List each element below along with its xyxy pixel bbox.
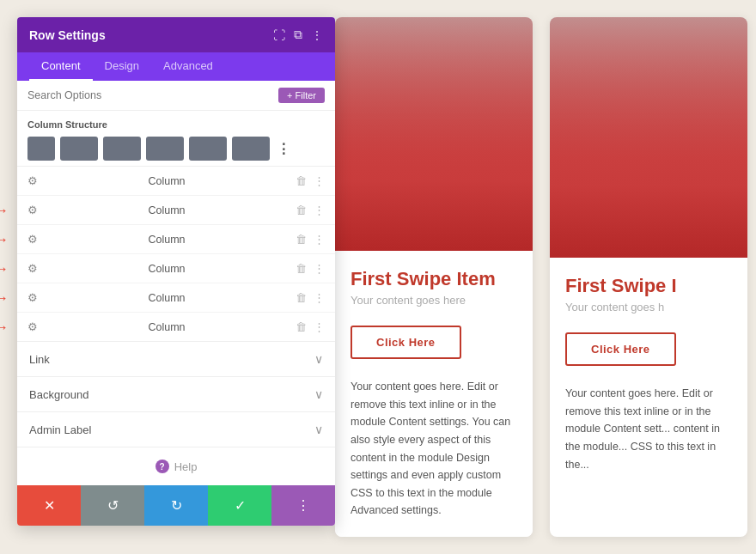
more-icon[interactable]: ⋮: [311, 28, 323, 42]
card-2-btn-area: Click Here: [550, 322, 747, 376]
card-1-body-text: Your content goes here. Edit or remove t…: [335, 369, 533, 537]
column-row-5: ⚙ Column 🗑 ⋮: [17, 283, 335, 313]
col-layout-1[interactable]: [27, 137, 55, 161]
filter-button[interactable]: + Filter: [278, 88, 325, 103]
col-5-gear-icon[interactable]: ⚙: [27, 291, 38, 304]
card-2-subtitle: Your content goes h: [565, 301, 732, 314]
undo-button[interactable]: ↺: [81, 485, 144, 526]
col-4-actions: 🗑 ⋮: [296, 262, 325, 275]
redo-button[interactable]: ↻: [144, 485, 208, 526]
arrow-2: [0, 201, 9, 219]
col-2-more-icon[interactable]: ⋮: [314, 204, 325, 216]
col-2-label: Column: [38, 204, 296, 216]
card-2-body-text: Your content goes here. Edit or remove t…: [550, 376, 747, 490]
col-3-gear-icon[interactable]: ⚙: [27, 233, 38, 246]
col-layout-5[interactable]: [189, 137, 227, 161]
card-1-btn-area: Click Here: [335, 315, 533, 369]
accordion-admin-label-chevron: ∨: [314, 423, 323, 436]
col-4-gear-icon[interactable]: ⚙: [27, 262, 38, 275]
help-icon: ?: [155, 460, 169, 473]
col-layout-6[interactable]: [232, 137, 270, 161]
column-row-1: ⚙ Column 🗑 ⋮: [17, 167, 335, 196]
panel-action-buttons: ✕ ↺ ↻ ✓ ⋮: [17, 485, 335, 526]
card-1-title: First Swipe Item: [351, 268, 517, 290]
accordion-admin-label-label: Admin Label: [29, 423, 91, 436]
card-1-image: [335, 17, 533, 251]
col-layout-3[interactable]: [103, 137, 141, 161]
swipe-card-2: First Swipe I Your content goes h Click …: [550, 17, 747, 537]
col-4-label: Column: [38, 263, 296, 275]
card-2-title: First Swipe I: [565, 275, 732, 297]
copy-icon[interactable]: ⧉: [294, 27, 302, 42]
col-layout-more[interactable]: ⋮: [277, 141, 290, 157]
column-structure-label: Column Structure: [27, 119, 325, 130]
row-settings-panel: Row Settings ⛶ ⧉ ⋮ Content Design Advanc…: [17, 17, 335, 526]
col-4-trash-icon[interactable]: 🗑: [296, 262, 307, 275]
column-row-6: ⚙ Column 🗑 ⋮: [17, 313, 335, 341]
col-3-more-icon[interactable]: ⋮: [314, 233, 325, 246]
col-1-trash-icon[interactable]: 🗑: [296, 174, 307, 187]
accordion-link-label: Link: [29, 353, 50, 366]
col-3-trash-icon[interactable]: 🗑: [296, 233, 307, 246]
column-row-2: ⚙ Column 🗑 ⋮: [17, 196, 335, 225]
col-2-actions: 🗑 ⋮: [296, 204, 325, 216]
col-layout-4[interactable]: [146, 137, 184, 161]
card-2-image: [550, 17, 747, 258]
cancel-button[interactable]: ✕: [17, 485, 81, 526]
col-2-trash-icon[interactable]: 🗑: [296, 204, 307, 216]
tab-content[interactable]: Content: [29, 52, 93, 81]
arrow-3: [0, 230, 9, 248]
col-1-label: Column: [38, 175, 296, 187]
card-1-cta-button[interactable]: Click Here: [351, 326, 461, 359]
col-5-trash-icon[interactable]: 🗑: [296, 291, 307, 304]
panel-header: Row Settings ⛶ ⧉ ⋮: [17, 17, 335, 52]
col-1-more-icon[interactable]: ⋮: [314, 174, 325, 187]
card-2-cta-button[interactable]: Click Here: [565, 332, 676, 366]
column-row-4: ⚙ Column 🗑 ⋮: [17, 254, 335, 283]
panel-help: ? Help: [17, 447, 335, 485]
col-layout-2[interactable]: [60, 137, 98, 161]
column-structure-buttons: ⋮: [27, 137, 325, 161]
card-2-city-bg: [550, 17, 747, 258]
col-3-label: Column: [38, 234, 296, 246]
arrow-5: [0, 289, 9, 307]
col-4-more-icon[interactable]: ⋮: [314, 262, 325, 275]
panel-header-icons: ⛶ ⧉ ⋮: [273, 27, 323, 42]
search-input[interactable]: [27, 89, 278, 101]
accordion-link-chevron: ∨: [314, 352, 323, 366]
col-1-gear-icon[interactable]: ⚙: [27, 174, 38, 187]
accordion-link[interactable]: Link ∨: [17, 342, 335, 377]
col-6-label: Column: [38, 321, 296, 333]
panel-search-bar: + Filter: [17, 81, 335, 111]
col-1-actions: 🗑 ⋮: [296, 174, 325, 187]
col-5-more-icon[interactable]: ⋮: [314, 291, 325, 304]
card-1-city-bg: [335, 17, 533, 251]
swipe-card-1: First Swipe Item Your content goes here …: [335, 17, 533, 537]
columns-list: ⚙ Column 🗑 ⋮ ⚙ Column 🗑 ⋮ ⚙ Column 🗑 ⋮: [17, 167, 335, 342]
panel-tabs: Content Design Advanced: [17, 52, 335, 81]
swipe-cards-container: First Swipe Item Your content goes here …: [335, 17, 747, 537]
save-button[interactable]: ✓: [208, 485, 271, 526]
arrow-4: [0, 259, 9, 277]
card-1-subtitle: Your content goes here: [351, 294, 517, 307]
column-row-3: ⚙ Column 🗑 ⋮: [17, 225, 335, 254]
column-structure-section: Column Structure ⋮: [17, 111, 335, 167]
arrow-6: [0, 318, 9, 336]
accordion-background[interactable]: Background ∨: [17, 377, 335, 412]
panel-title: Row Settings: [29, 28, 106, 42]
col-6-gear-icon[interactable]: ⚙: [27, 320, 38, 333]
help-label: Help: [174, 460, 198, 473]
col-5-actions: 🗑 ⋮: [296, 291, 325, 304]
fullscreen-icon[interactable]: ⛶: [273, 28, 285, 42]
col-6-trash-icon[interactable]: 🗑: [296, 320, 307, 333]
col-6-more-icon[interactable]: ⋮: [314, 320, 325, 333]
accordion-background-chevron: ∨: [314, 387, 323, 401]
card-1-header: First Swipe Item Your content goes here: [335, 251, 533, 315]
tab-advanced[interactable]: Advanced: [151, 52, 225, 81]
tab-design[interactable]: Design: [93, 52, 151, 81]
col-3-actions: 🗑 ⋮: [296, 233, 325, 246]
card-2-header: First Swipe I Your content goes h: [550, 258, 747, 322]
extra-settings-button[interactable]: ⋮: [271, 485, 335, 526]
col-2-gear-icon[interactable]: ⚙: [27, 204, 38, 216]
accordion-admin-label[interactable]: Admin Label ∨: [17, 412, 335, 447]
